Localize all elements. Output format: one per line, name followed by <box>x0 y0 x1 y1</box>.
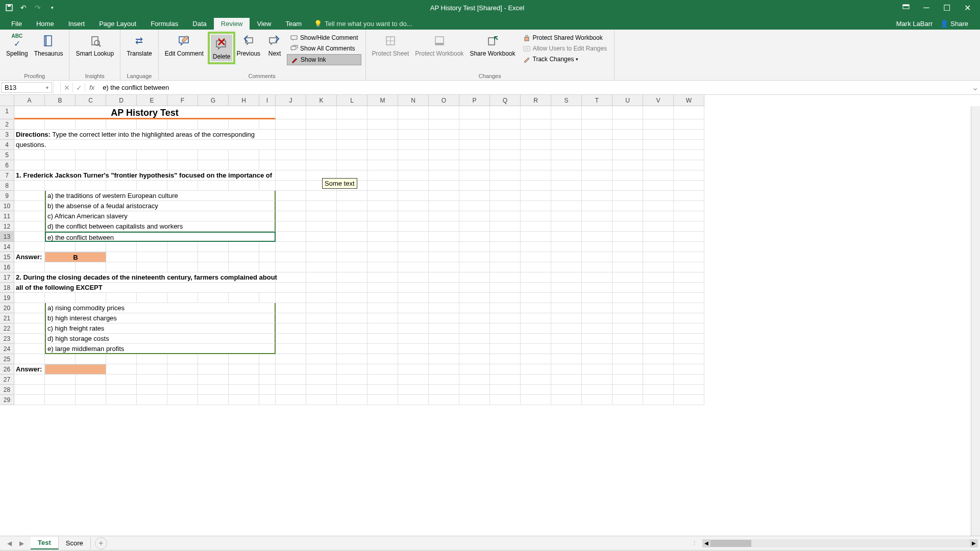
cell-O28[interactable] <box>429 385 459 395</box>
cell-V26[interactable] <box>643 364 674 374</box>
cell-L28[interactable] <box>337 385 368 395</box>
cell-B5[interactable] <box>45 150 76 160</box>
cell-J29[interactable] <box>276 395 306 405</box>
share-button[interactable]: 👤 Share <box>940 20 968 28</box>
cell-C5[interactable] <box>76 150 106 160</box>
cell-U21[interactable] <box>612 313 643 323</box>
row-header-10[interactable]: 10 <box>0 201 14 211</box>
cell-E8[interactable] <box>137 181 167 191</box>
tab-insert[interactable]: Insert <box>61 18 92 30</box>
cell-M15[interactable] <box>368 252 398 262</box>
cell-S26[interactable] <box>551 364 582 374</box>
cell-A28[interactable] <box>14 385 45 395</box>
cell-L22[interactable] <box>337 323 368 334</box>
cell-L10[interactable] <box>337 201 368 211</box>
row-header-29[interactable]: 29 <box>0 395 14 405</box>
cell-W27[interactable] <box>674 374 704 385</box>
cell-K29[interactable] <box>306 395 337 405</box>
cell-P3[interactable] <box>459 130 490 140</box>
cell-W11[interactable] <box>674 211 704 221</box>
cell-I6[interactable] <box>259 160 276 170</box>
cell-S11[interactable] <box>551 211 582 221</box>
cell-U24[interactable] <box>612 344 643 354</box>
cell-A13[interactable] <box>14 232 45 242</box>
cell-F29[interactable] <box>167 395 198 405</box>
cell-P28[interactable] <box>459 385 490 395</box>
cell-O13[interactable] <box>429 232 459 242</box>
cell-N1[interactable] <box>398 106 429 119</box>
row-header-21[interactable]: 21 <box>0 313 14 323</box>
cell-R13[interactable] <box>521 232 551 242</box>
cell-V14[interactable] <box>643 242 674 252</box>
cell-J16[interactable] <box>276 262 306 272</box>
cell-U9[interactable] <box>612 191 643 201</box>
tab-formulas[interactable]: Formulas <box>143 18 185 30</box>
cell-T27[interactable] <box>582 374 612 385</box>
cell-V27[interactable] <box>643 374 674 385</box>
cell-N5[interactable] <box>398 150 429 160</box>
cell-J1[interactable] <box>276 106 306 119</box>
cell-W12[interactable] <box>674 221 704 232</box>
cell-Q1[interactable] <box>490 106 521 119</box>
cell-M28[interactable] <box>368 385 398 395</box>
cell-Q25[interactable] <box>490 354 521 364</box>
cell-G16[interactable] <box>198 262 229 272</box>
cell-D8[interactable] <box>106 181 137 191</box>
cell-V4[interactable] <box>643 140 674 150</box>
cell-U8[interactable] <box>612 181 643 191</box>
cell-K4[interactable] <box>306 140 337 150</box>
close-icon[interactable]: ✕ <box>962 3 972 13</box>
cell-L13[interactable] <box>337 232 368 242</box>
sheet-tab-score[interactable]: Score <box>59 537 91 549</box>
cell-P22[interactable] <box>459 323 490 334</box>
row-header-19[interactable]: 19 <box>0 293 14 303</box>
cell-A14[interactable] <box>14 242 45 252</box>
cell-B27[interactable] <box>45 374 76 385</box>
cell-M7[interactable] <box>368 170 398 181</box>
cell-J2[interactable] <box>276 119 306 130</box>
cell-Q14[interactable] <box>490 242 521 252</box>
tab-view[interactable]: View <box>250 18 278 30</box>
cell-P7[interactable] <box>459 170 490 181</box>
cell-H29[interactable] <box>229 395 259 405</box>
cell-K15[interactable] <box>306 252 337 262</box>
cell-S9[interactable] <box>551 191 582 201</box>
cell-P14[interactable] <box>459 242 490 252</box>
cell-E29[interactable] <box>137 395 167 405</box>
cell-L18[interactable] <box>337 283 368 293</box>
cell-U19[interactable] <box>612 293 643 303</box>
cell-W9[interactable] <box>674 191 704 201</box>
cell-I25[interactable] <box>259 354 276 364</box>
cell-M27[interactable] <box>368 374 398 385</box>
cell-P10[interactable] <box>459 201 490 211</box>
cell-C25[interactable] <box>76 354 106 364</box>
cell-O20[interactable] <box>429 303 459 313</box>
cell-W13[interactable] <box>674 232 704 242</box>
cell-S5[interactable] <box>551 150 582 160</box>
cell-J26[interactable] <box>276 364 306 374</box>
cell-W15[interactable] <box>674 252 704 262</box>
cell-N4[interactable] <box>398 140 429 150</box>
cell-T6[interactable] <box>582 160 612 170</box>
column-header-F[interactable]: F <box>167 95 198 106</box>
cell-V21[interactable] <box>643 313 674 323</box>
cell-T10[interactable] <box>582 201 612 211</box>
cell-K6[interactable] <box>306 160 337 170</box>
new-sheet-button[interactable]: + <box>95 537 107 549</box>
smart-lookup-button[interactable]: Smart Lookup <box>74 32 116 58</box>
cell-W18[interactable] <box>674 283 704 293</box>
cell-H15[interactable] <box>229 252 259 262</box>
row-header-4[interactable]: 4 <box>0 140 14 150</box>
cell-H26[interactable] <box>229 364 259 374</box>
cell-S25[interactable] <box>551 354 582 364</box>
cell-P29[interactable] <box>459 395 490 405</box>
cell-Q5[interactable] <box>490 150 521 160</box>
cell-Q24[interactable] <box>490 344 521 354</box>
cell-S13[interactable] <box>551 232 582 242</box>
cell-P2[interactable] <box>459 119 490 130</box>
cell-L27[interactable] <box>337 374 368 385</box>
cell-W29[interactable] <box>674 395 704 405</box>
cell-S4[interactable] <box>551 140 582 150</box>
cell-O2[interactable] <box>429 119 459 130</box>
formula-input[interactable] <box>99 83 970 92</box>
